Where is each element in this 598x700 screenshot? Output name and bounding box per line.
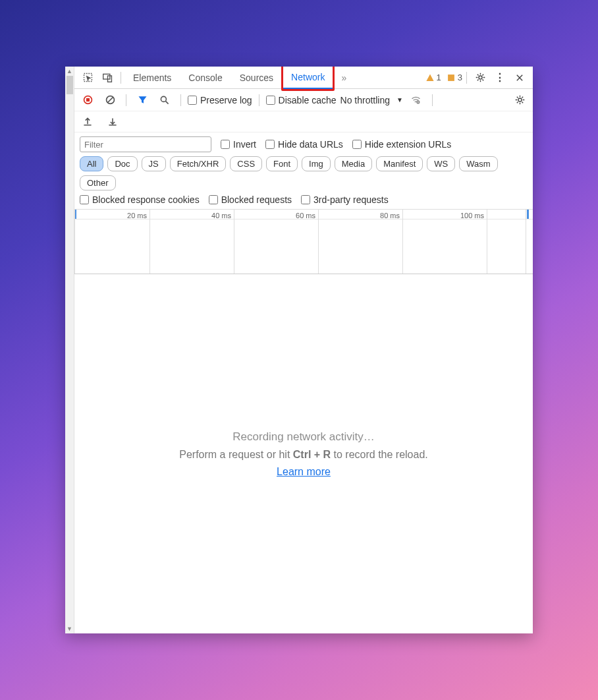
scroll-up-icon[interactable]: ▲ bbox=[67, 68, 72, 74]
divider bbox=[259, 94, 259, 106]
filter-input[interactable] bbox=[80, 136, 211, 152]
issues-count: 3 bbox=[458, 73, 462, 82]
empty-subtitle: Perform a request or hit Ctrl + R to rec… bbox=[179, 449, 428, 461]
throttling-select[interactable]: No throttling ▼ bbox=[340, 95, 403, 105]
pill-wasm[interactable]: Wasm bbox=[459, 156, 497, 171]
tick-2: 60 ms bbox=[234, 212, 318, 219]
divider bbox=[466, 72, 467, 84]
more-tabs-icon[interactable]: » bbox=[335, 69, 353, 87]
pill-font[interactable]: Font bbox=[266, 156, 298, 171]
tab-sources[interactable]: Sources bbox=[232, 67, 281, 89]
pill-manifest[interactable]: Manifest bbox=[376, 156, 423, 171]
tick-4: 100 ms bbox=[403, 212, 487, 219]
svg-point-10 bbox=[518, 98, 521, 102]
pill-all[interactable]: All bbox=[80, 156, 103, 171]
tick-1: 40 ms bbox=[150, 212, 234, 219]
waterfall-overview[interactable]: 20 ms 40 ms 60 ms 80 ms 100 ms bbox=[74, 210, 533, 274]
throttling-value: No throttling bbox=[340, 95, 390, 105]
device-toggle-icon[interactable] bbox=[98, 69, 117, 87]
export-har-icon[interactable] bbox=[78, 113, 97, 131]
svg-rect-3 bbox=[448, 74, 454, 81]
disable-cache-label: Disable cache bbox=[279, 95, 337, 105]
preserve-log-label: Preserve log bbox=[200, 95, 252, 105]
pill-ws[interactable]: WS bbox=[427, 156, 455, 171]
devtools-panel: ▲ ▼ Elements Console Sources Network » 1 bbox=[65, 67, 533, 633]
svg-rect-6 bbox=[86, 98, 89, 102]
tab-console[interactable]: Console bbox=[180, 67, 230, 89]
svg-rect-1 bbox=[103, 74, 109, 79]
pill-img[interactable]: Img bbox=[302, 156, 331, 171]
blocked-requests-checkbox[interactable]: Blocked requests bbox=[209, 194, 292, 205]
pill-doc[interactable]: Doc bbox=[107, 156, 137, 171]
clear-icon[interactable] bbox=[101, 91, 119, 109]
import-export-bar bbox=[74, 111, 533, 132]
content: Elements Console Sources Network » 1 3 ⋮ bbox=[74, 67, 533, 633]
scrollbar-thumb[interactable] bbox=[67, 76, 73, 94]
svg-point-8 bbox=[161, 96, 166, 102]
divider bbox=[432, 94, 433, 106]
kebab-menu-icon[interactable]: ⋮ bbox=[491, 69, 509, 87]
warnings-badge[interactable]: 1 bbox=[425, 73, 441, 82]
warnings-count: 1 bbox=[437, 73, 441, 82]
disable-cache-checkbox[interactable]: Disable cache bbox=[266, 95, 337, 105]
import-har-icon[interactable] bbox=[103, 113, 122, 131]
network-settings-icon[interactable] bbox=[510, 91, 529, 109]
hide-extension-urls-checkbox[interactable]: Hide extension URLs bbox=[352, 139, 452, 150]
network-toolbar: Preserve log Disable cache No throttling… bbox=[74, 89, 533, 111]
third-party-checkbox[interactable]: 3rd-party requests bbox=[301, 194, 389, 205]
pill-fetch[interactable]: Fetch/XHR bbox=[170, 156, 227, 171]
tick-0: 20 ms bbox=[75, 212, 150, 219]
pill-media[interactable]: Media bbox=[335, 156, 372, 171]
svg-point-9 bbox=[417, 101, 420, 103]
network-conditions-icon[interactable] bbox=[407, 91, 425, 109]
scroll-down-icon[interactable]: ▼ bbox=[67, 626, 72, 632]
learn-more-link[interactable]: Learn more bbox=[277, 466, 331, 478]
preserve-log-checkbox[interactable]: Preserve log bbox=[188, 95, 252, 105]
chevron-down-icon: ▼ bbox=[396, 96, 403, 103]
close-icon[interactable] bbox=[510, 69, 529, 87]
shortcut-label: Ctrl + R bbox=[293, 449, 331, 460]
hide-data-urls-checkbox[interactable]: Hide data URLs bbox=[265, 139, 343, 150]
empty-state: Recording network activity… Perform a re… bbox=[74, 274, 533, 633]
settings-icon[interactable] bbox=[471, 69, 489, 87]
timeline-end-marker bbox=[527, 210, 529, 219]
blocked-cookies-checkbox[interactable]: Blocked response cookies bbox=[80, 194, 200, 205]
inspect-icon[interactable] bbox=[78, 69, 97, 87]
left-scrollbar[interactable]: ▲ ▼ bbox=[65, 67, 74, 633]
pill-other[interactable]: Other bbox=[80, 175, 116, 190]
tab-elements[interactable]: Elements bbox=[125, 67, 179, 89]
network-tab-highlight: Network bbox=[281, 67, 335, 91]
svg-point-4 bbox=[478, 76, 481, 79]
issues-badge[interactable]: 3 bbox=[447, 73, 462, 82]
pill-js[interactable]: JS bbox=[142, 156, 166, 171]
divider bbox=[126, 94, 126, 106]
divider bbox=[180, 94, 181, 106]
tab-network[interactable]: Network bbox=[283, 67, 333, 89]
tick-3: 80 ms bbox=[319, 212, 402, 219]
pill-css[interactable]: CSS bbox=[230, 156, 262, 171]
tabbar: Elements Console Sources Network » 1 3 ⋮ bbox=[74, 67, 533, 89]
search-icon[interactable] bbox=[155, 91, 174, 109]
filter-section: Invert Hide data URLs Hide extension URL… bbox=[74, 132, 533, 210]
divider bbox=[121, 72, 121, 84]
invert-checkbox[interactable]: Invert bbox=[221, 139, 256, 150]
type-filter-pills: All Doc JS Fetch/XHR CSS Font Img Media … bbox=[80, 156, 528, 190]
empty-title: Recording network activity… bbox=[232, 430, 374, 444]
filter-icon[interactable] bbox=[133, 91, 151, 109]
record-icon[interactable] bbox=[78, 91, 97, 109]
